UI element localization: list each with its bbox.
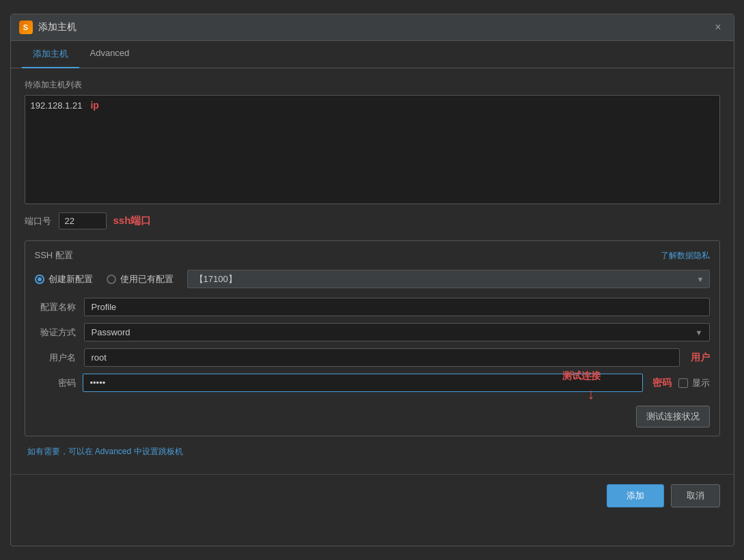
privacy-link[interactable]: 了解数据隐私 [661, 250, 710, 262]
host-list-label: 待添加主机列表 [25, 79, 720, 91]
tab-add-host[interactable]: 添加主机 [22, 41, 79, 68]
title-bar: S 添加主机 × [11, 14, 734, 41]
ip-annotation: ip [90, 100, 98, 111]
radio-new-dot[interactable] [35, 275, 44, 284]
port-input[interactable] [59, 212, 107, 229]
username-annotation: 用户 [691, 352, 710, 364]
bottom-hint: 如有需要，可以在 Advanced 中设置跳板机 [25, 446, 720, 458]
dialog-title: 添加主机 [38, 21, 77, 33]
username-input[interactable] [84, 348, 680, 367]
show-password-label: 显示 [692, 377, 710, 389]
radio-row: 创建新配置 使用已有配置 【17100】 ▼ [35, 270, 710, 288]
show-password-checkbox[interactable] [678, 378, 688, 388]
ssh-section: SSH 配置 了解数据隐私 创建新配置 使用已有配置 【17100】 ▼ [25, 240, 720, 436]
password-input-wrapper [83, 374, 643, 392]
radio-existing-dot[interactable] [107, 275, 116, 284]
radio-new-label: 创建新配置 [49, 273, 93, 285]
auth-select[interactable]: Password PublicKey Keyboard Interactive [84, 323, 710, 341]
auth-method-row: 验证方式 Password PublicKey Keyboard Interac… [35, 323, 710, 341]
password-input[interactable] [83, 374, 643, 392]
port-annotation: ssh端口 [113, 214, 152, 227]
profile-name-row: 配置名称 [35, 298, 710, 316]
existing-config-select-container: 【17100】 ▼ [187, 270, 710, 288]
port-row: 端口号 ssh端口 [25, 212, 720, 229]
existing-config-select[interactable]: 【17100】 [187, 270, 710, 288]
title-bar-left: S 添加主机 [19, 20, 77, 34]
radio-new-config[interactable]: 创建新配置 [35, 273, 93, 285]
password-annotation: 密码 [652, 377, 672, 389]
radio-existing-label: 使用已有配置 [120, 273, 174, 285]
username-label: 用户名 [35, 352, 76, 364]
auth-label: 验证方式 [35, 326, 76, 339]
add-host-dialog: S 添加主机 × 添加主机 Advanced 待添加主机列表 192.128.1… [10, 14, 734, 546]
footer-bar: 添加 取消 [11, 474, 734, 517]
cancel-button[interactable]: 取消 [671, 484, 720, 507]
test-annotation-text: 测试连接 [562, 370, 601, 382]
add-button[interactable]: 添加 [607, 484, 664, 507]
tab-bar: 添加主机 Advanced [11, 41, 734, 68]
radio-existing-config[interactable]: 使用已有配置 [107, 273, 174, 285]
host-list-area[interactable]: 192.128.1.21 ip [25, 95, 720, 204]
test-arrow-icon: ↓ [588, 387, 595, 402]
app-icon: S [19, 20, 33, 34]
auth-dropdown-wrapper: Password PublicKey Keyboard Interactive … [84, 323, 710, 341]
host-entry: 192.128.1.21 ip [31, 100, 714, 111]
port-label: 端口号 [25, 215, 52, 227]
password-label: 密码 [35, 377, 76, 389]
tab-advanced[interactable]: Advanced [79, 41, 141, 68]
ssh-header: SSH 配置 了解数据隐私 [35, 249, 710, 262]
password-row: 密码 密码 显示 [35, 374, 710, 392]
show-password-row: 显示 [678, 377, 710, 389]
test-connect-button[interactable]: 测试连接状况 [636, 406, 710, 428]
ip-value: 192.128.1.21 [31, 100, 83, 111]
test-section: 测试连接 ↓ 测试连接状况 [35, 399, 710, 428]
profile-label: 配置名称 [35, 301, 76, 313]
dialog-content: 待添加主机列表 192.128.1.21 ip 端口号 ssh端口 SSH 配置… [11, 68, 734, 468]
profile-input[interactable] [84, 298, 710, 316]
ssh-title: SSH 配置 [35, 249, 73, 262]
username-row: 用户名 用户 [35, 348, 710, 367]
close-button[interactable]: × [711, 20, 725, 35]
